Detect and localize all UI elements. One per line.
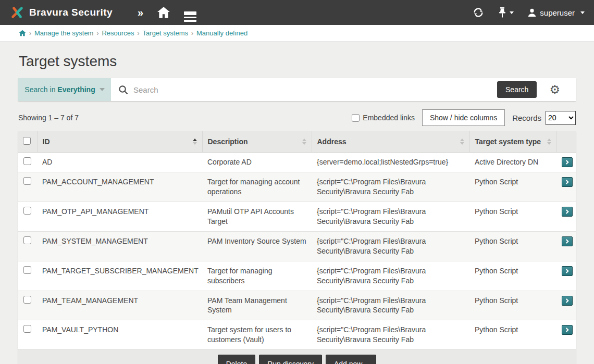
open-row-button[interactable] [562, 177, 573, 187]
pin-menu-icon[interactable] [498, 7, 514, 18]
top-navbar: Bravura Security » [0, 0, 594, 25]
row-checkbox[interactable] [23, 325, 31, 333]
row-checkbox[interactable] [23, 157, 31, 165]
row-checkbox[interactable] [23, 296, 31, 304]
page-title: Target systems [19, 53, 594, 70]
cell-description: Target for managing account operations [202, 172, 312, 202]
cell-type: Python Script [469, 231, 556, 261]
table-toolbar: Showing 1 – 7 of 7 Embedded links Show /… [18, 109, 576, 126]
table-header-row: ID Description Address [18, 131, 576, 152]
records-select[interactable]: 20 [546, 111, 576, 125]
breadcrumb-separator: › [96, 30, 98, 37]
open-row-button[interactable] [562, 266, 573, 276]
cell-description: Corporate AD [202, 152, 312, 172]
gear-icon[interactable]: ⚙ [542, 84, 568, 96]
target-systems-table: ID Description Address [18, 131, 576, 364]
search-panel: Search in Everything Search ⚙ [18, 78, 576, 101]
breadcrumb-separator: › [138, 30, 140, 37]
sort-icon [460, 139, 464, 145]
delete-button[interactable]: Delete [218, 355, 255, 364]
open-row-button[interactable] [562, 296, 573, 306]
select-all-checkbox-cell [18, 131, 37, 152]
search-input[interactable] [133, 85, 492, 94]
chevron-right-icon [565, 209, 570, 214]
cell-address: {script="C:\Program Files\Bravura Securi… [312, 202, 469, 232]
open-row-button[interactable] [562, 207, 573, 217]
cell-type: Python Script [469, 261, 556, 291]
cell-id: PAM_SYSTEM_MANAGEMENT [37, 231, 202, 261]
add-new-button[interactable]: Add new... [326, 355, 376, 364]
embedded-links-checkbox[interactable] [352, 114, 360, 122]
cell-type: Python Script [469, 172, 556, 202]
column-header-description[interactable]: Description [202, 131, 312, 152]
column-header-id[interactable]: ID [37, 131, 202, 152]
row-checkbox[interactable] [23, 236, 31, 244]
table-row[interactable]: PAM_ACCOUNT_MANAGEMENT Target for managi… [18, 172, 576, 202]
cell-address: {script="C:\Program Files\Bravura Securi… [312, 231, 469, 261]
table-row[interactable]: PAM_SYSTEM_MANAGEMENT PAM Inventory Sour… [18, 231, 576, 261]
table-row[interactable]: PAM_VAULT_PYTHON Target system for users… [18, 320, 576, 349]
column-header-actions [556, 131, 576, 152]
show-hide-columns-button[interactable]: Show / hide columns [422, 109, 505, 126]
select-all-checkbox[interactable] [23, 137, 31, 145]
cell-type: Python Script [469, 202, 556, 232]
user-menu[interactable]: superuser [527, 8, 585, 17]
chevron-right-icon [565, 160, 570, 165]
row-checkbox[interactable] [23, 177, 31, 185]
cell-id: AD [37, 152, 202, 172]
embedded-links-toggle[interactable]: Embedded links [352, 114, 415, 122]
table-row[interactable]: AD Corporate AD {server=demo.local;listN… [18, 152, 576, 172]
home-icon[interactable] [157, 6, 170, 19]
search-box: Search ⚙ [111, 78, 576, 101]
cell-address: {script="C:\Program Files\Bravura Securi… [312, 320, 469, 349]
pin-caret-icon [510, 11, 514, 14]
chevron-right-icon [565, 180, 570, 184]
sort-asc-icon [193, 139, 197, 145]
cell-description: PAMutil OTP API Accounts Target [202, 202, 312, 232]
table-body: AD Corporate AD {server=demo.local;listN… [18, 152, 576, 349]
cell-description: Target system for users to customers (Va… [202, 320, 312, 349]
column-header-type[interactable]: Target system type [469, 131, 556, 152]
brand-logo[interactable]: Bravura Security [9, 5, 113, 20]
column-header-address[interactable]: Address [312, 131, 469, 152]
main-menu-icon[interactable] [184, 10, 196, 15]
cell-address: {server=demo.local;listNestedGrps=true} [312, 152, 469, 172]
breadcrumb-link[interactable]: Resources [102, 29, 134, 37]
breadcrumb-home-icon[interactable] [19, 30, 26, 36]
embedded-links-label: Embedded links [363, 114, 415, 122]
chevron-right-icon [565, 328, 570, 332]
records-label: Records [512, 114, 541, 122]
search-button[interactable]: Search [497, 81, 537, 98]
breadcrumb-link[interactable]: Manually defined [196, 29, 247, 37]
row-checkbox[interactable] [23, 266, 31, 274]
cell-type: Python Script [469, 291, 556, 320]
collapse-menu-icon[interactable]: » [138, 7, 143, 18]
cell-id: PAM_TEAM_MANAGEMENT [37, 291, 202, 320]
cell-address: {script="C:\Program Files\Bravura Securi… [312, 261, 469, 291]
refresh-icon[interactable] [473, 7, 484, 18]
open-row-button[interactable] [562, 325, 573, 335]
table-row[interactable]: PAM_TARGET_SUBSCRIBER_MANAGEMENT Target … [18, 261, 576, 291]
cell-address: {script="C:\Program Files\Bravura Securi… [312, 172, 469, 202]
sort-icon [547, 139, 551, 145]
run-discovery-button[interactable]: Run discovery [259, 355, 322, 364]
row-checkbox[interactable] [23, 207, 31, 215]
cell-type: Active Directory DN [469, 152, 556, 172]
table-actions: DeleteRun discoveryAdd new... [18, 349, 576, 364]
search-scope-dropdown[interactable]: Search in Everything [18, 78, 111, 101]
cell-id: PAM_ACCOUNT_MANAGEMENT [37, 172, 202, 202]
scope-caret-icon [100, 88, 105, 91]
breadcrumb-link[interactable]: Target systems [143, 29, 188, 37]
open-row-button[interactable] [562, 236, 573, 246]
table-row[interactable]: PAM_OTP_API_MANAGEMENT PAMutil OTP API A… [18, 202, 576, 232]
chevron-right-icon [565, 298, 570, 303]
breadcrumb-separator: › [191, 30, 193, 37]
cell-id: PAM_TARGET_SUBSCRIBER_MANAGEMENT [37, 261, 202, 291]
table-row[interactable]: PAM_TEAM_MANAGEMENT PAM Team Management … [18, 291, 576, 320]
chevron-right-icon [565, 269, 570, 273]
open-row-button[interactable] [562, 157, 573, 167]
cell-description: PAM Inventory Source System [202, 231, 312, 261]
showing-count: Showing 1 – 7 of 7 [18, 114, 79, 122]
cell-description: Target for managing subscribers [202, 261, 312, 291]
breadcrumb-link[interactable]: Manage the system [34, 29, 93, 37]
